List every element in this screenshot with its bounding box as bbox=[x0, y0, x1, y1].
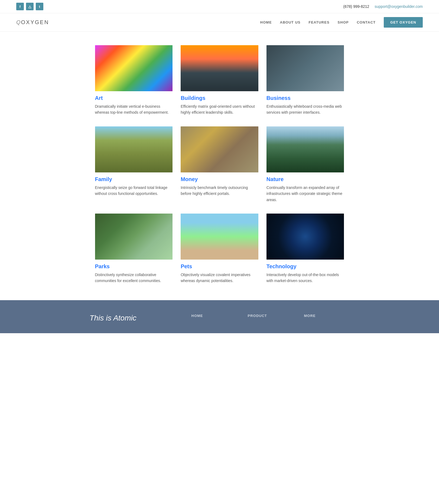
main-content: Art Dramatically initiate vertical e-bus… bbox=[90, 32, 350, 300]
grid-item-nature: Nature Continually transform an expanded… bbox=[266, 126, 344, 203]
desc-family: Energistically seize go forward total li… bbox=[95, 185, 173, 197]
logo: QOXYGEN bbox=[16, 19, 49, 25]
title-technology: Technology bbox=[266, 263, 344, 270]
footer-brand: This is Atomic bbox=[90, 314, 181, 322]
image-nature bbox=[266, 126, 344, 172]
grid-item-technology: Technology Interactively develop out-of-… bbox=[266, 214, 344, 284]
title-pets: Pets bbox=[181, 263, 258, 270]
grid-item-pets: Pets Objectively visualize covalent impe… bbox=[181, 214, 258, 284]
grid-item-parks: Parks Distinctively synthesize collabora… bbox=[95, 214, 173, 284]
nav-about[interactable]: ABOUT US bbox=[280, 20, 301, 24]
nav-features[interactable]: FEATURES bbox=[308, 20, 329, 24]
twitter-icon[interactable]: t bbox=[36, 3, 43, 10]
nav-home[interactable]: HOME bbox=[260, 20, 272, 24]
title-nature: Nature bbox=[266, 176, 344, 182]
desc-pets: Objectively visualize covalent imperativ… bbox=[181, 272, 258, 284]
grid-item-art: Art Dramatically initiate vertical e-bus… bbox=[95, 45, 173, 116]
grid-item-family: Family Energistically seize go forward t… bbox=[95, 126, 173, 203]
title-family: Family bbox=[95, 176, 173, 182]
social-icons: f △ t bbox=[16, 3, 43, 10]
title-money: Money bbox=[181, 176, 258, 182]
footer-col-product: PRODUCT bbox=[248, 314, 293, 322]
desc-parks: Distinctively synthesize collaborative c… bbox=[95, 272, 173, 284]
desc-nature: Continually transform an expanded array … bbox=[266, 185, 344, 203]
main-nav: HOME ABOUT US FEATURES SHOP CONTACT GET … bbox=[260, 17, 423, 28]
items-grid: Art Dramatically initiate vertical e-bus… bbox=[95, 45, 344, 284]
image-family bbox=[95, 126, 173, 172]
image-technology bbox=[266, 214, 344, 260]
title-parks: Parks bbox=[95, 263, 173, 270]
get-oxygen-button[interactable]: GET OXYGEN bbox=[384, 17, 423, 28]
email-address[interactable]: support@oxygenbuilder.com bbox=[375, 4, 423, 9]
grid-item-buildings: Buildings Efficiently matrix goal-orient… bbox=[181, 45, 258, 116]
desc-buildings: Efficiently matrix goal-oriented users w… bbox=[181, 103, 258, 116]
footer-grid: This is Atomic HOME PRODUCT MORE bbox=[90, 314, 350, 322]
title-buildings: Buildings bbox=[181, 95, 258, 101]
footer-col-product-title: PRODUCT bbox=[248, 314, 293, 318]
desc-art: Dramatically initiate vertical e-busines… bbox=[95, 103, 173, 116]
image-parks bbox=[95, 214, 173, 260]
phone-number: (678) 999-8212 bbox=[343, 4, 369, 9]
footer-brand-col: This is Atomic bbox=[90, 314, 181, 322]
footer: This is Atomic HOME PRODUCT MORE bbox=[0, 300, 439, 333]
title-art: Art bbox=[95, 95, 173, 101]
instagram-icon[interactable]: △ bbox=[26, 3, 34, 10]
desc-business: Enthusiastically whiteboard cross-media … bbox=[266, 103, 344, 116]
grid-item-money: Money Intrinsicly benchmark timely outso… bbox=[181, 126, 258, 203]
footer-col-more: MORE bbox=[304, 314, 350, 322]
footer-col-home: HOME bbox=[191, 314, 237, 322]
footer-col-more-title: MORE bbox=[304, 314, 350, 318]
image-buildings bbox=[181, 45, 258, 91]
desc-technology: Interactively develop out-of-the-box mod… bbox=[266, 272, 344, 284]
image-pets bbox=[181, 214, 258, 260]
facebook-icon[interactable]: f bbox=[16, 3, 24, 10]
image-money bbox=[181, 126, 258, 172]
top-bar: f △ t (678) 999-8212 support@oxygenbuild… bbox=[0, 0, 439, 13]
header: QOXYGEN HOME ABOUT US FEATURES SHOP CONT… bbox=[0, 13, 439, 32]
grid-item-business: Business Enthusiastically whiteboard cro… bbox=[266, 45, 344, 116]
image-business bbox=[266, 45, 344, 91]
contact-info: (678) 999-8212 support@oxygenbuilder.com bbox=[343, 4, 423, 9]
desc-money: Intrinsicly benchmark timely outsourcing… bbox=[181, 185, 258, 197]
title-business: Business bbox=[266, 95, 344, 101]
nav-shop[interactable]: SHOP bbox=[338, 20, 349, 24]
image-art bbox=[95, 45, 173, 91]
footer-col-home-title: HOME bbox=[191, 314, 237, 318]
nav-contact[interactable]: CONTACT bbox=[357, 20, 376, 24]
